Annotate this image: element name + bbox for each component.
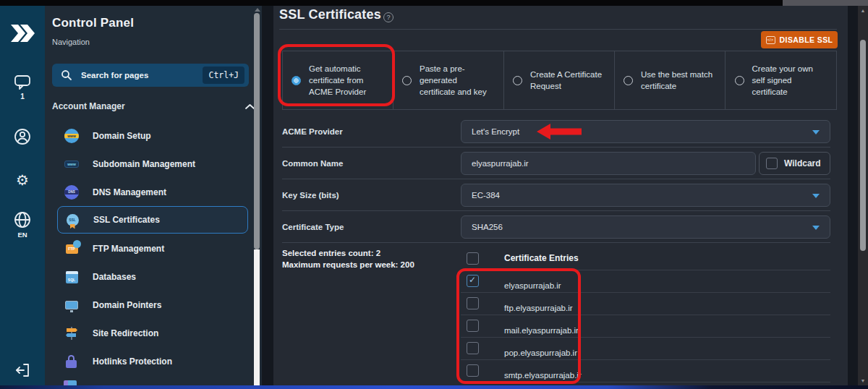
entry-label: smtp.elyaspurrajab.ir xyxy=(504,371,582,380)
sidebar-item-ftp-management[interactable]: FTP FTP Management xyxy=(52,235,255,262)
table-divider xyxy=(461,359,830,360)
nav-scrollbar-thumb[interactable] xyxy=(254,13,260,249)
page-title: SSL Certificates xyxy=(279,7,381,22)
ssl-certificates-panel: SSL Certificates ? </> DISABLE SSL Get a… xyxy=(273,6,848,385)
entry-label: ftp.elyaspurrajab.ir xyxy=(504,304,573,312)
sidebar-item-domain-pointers[interactable]: Domain Pointers xyxy=(52,291,255,319)
sidebar-item-ssl-certificates[interactable]: SSL SSL Certificates xyxy=(57,206,248,234)
certificate-type-select[interactable]: SHA256 xyxy=(461,215,830,239)
icon-rail: 1 ⚙ EN xyxy=(0,6,45,389)
window-bottom-edge xyxy=(0,385,868,389)
table-divider xyxy=(461,292,830,293)
search-shortcut-badge: Ctrl+J xyxy=(203,67,244,84)
nav-title: Control Panel xyxy=(52,16,134,30)
search-placeholder[interactable] xyxy=(81,71,190,80)
row-divider xyxy=(282,242,830,243)
radio-icon[interactable] xyxy=(735,76,744,85)
key-size-select[interactable]: EC-384 xyxy=(461,184,830,207)
search-icon xyxy=(61,69,72,81)
sidebar-item-subdomain-management[interactable]: www Subdomain Management xyxy=(52,150,255,178)
brand-logo-icon[interactable] xyxy=(0,22,45,45)
common-name-field xyxy=(461,152,756,175)
nav-scrollbar-track[interactable] xyxy=(254,249,260,385)
ssl-badge-icon: SSL xyxy=(64,212,80,228)
disable-ssl-button[interactable]: </> DISABLE SSL xyxy=(761,31,838,48)
row-divider xyxy=(282,147,830,148)
tab-certificate-request[interactable]: Create A Certificate Request xyxy=(504,51,615,109)
window-top-edge xyxy=(0,0,868,6)
entry-checkbox[interactable] xyxy=(467,342,479,354)
nav-scrollbar-up-arrow[interactable] xyxy=(255,8,260,12)
help-icon[interactable]: ? xyxy=(383,12,393,22)
padlock-icon xyxy=(64,354,80,369)
wildcard-checkbox[interactable] xyxy=(766,158,778,169)
nav-subtitle: Navigation xyxy=(52,38,90,46)
main-scrollbar-up-arrow[interactable]: ▲ xyxy=(858,8,868,13)
chevron-down-icon xyxy=(812,130,820,134)
tab-acme-provider[interactable]: Get automatic certificate from ACME Prov… xyxy=(283,51,393,109)
ftp-folder-icon: FTP xyxy=(64,241,80,257)
section-label: Account Manager xyxy=(52,101,125,111)
certificate-type-label: Certificate Type xyxy=(282,223,344,231)
account-icon[interactable] xyxy=(0,127,45,146)
entry-checkbox[interactable] xyxy=(467,320,479,332)
sidebar-item-dns-management[interactable]: DNS DNS Management xyxy=(52,179,255,206)
sidebar-item-databases[interactable]: SQL Databases xyxy=(52,263,255,291)
select-all-checkbox[interactable] xyxy=(467,252,479,265)
table-divider xyxy=(461,382,830,382)
tab-paste-certificate[interactable]: Paste a pre-generated certificate and ke… xyxy=(393,51,504,109)
window-top-edge-right xyxy=(783,0,868,6)
wildcard-option[interactable]: Wildcard xyxy=(759,152,830,175)
radio-icon[interactable] xyxy=(513,76,522,85)
selected-count-note: Selected entries count: 2 xyxy=(282,249,380,257)
dns-icon: DNS xyxy=(64,184,80,200)
title-divider xyxy=(279,29,837,30)
sql-database-icon: SQL xyxy=(64,269,80,285)
domain-setup-icon: www xyxy=(64,128,80,144)
table-divider xyxy=(461,315,830,315)
table-divider xyxy=(461,337,830,338)
chevron-down-icon xyxy=(812,194,820,198)
common-name-label: Common Name xyxy=(282,159,343,168)
section-account-manager[interactable]: Account Manager xyxy=(52,100,255,113)
ssl-code-icon: </> xyxy=(766,36,775,44)
monitor-icon xyxy=(64,297,80,313)
entry-checkbox-checked[interactable] xyxy=(467,275,479,287)
signpost-icon xyxy=(64,325,80,341)
table-divider xyxy=(461,270,830,270)
entry-checkbox[interactable] xyxy=(467,364,479,377)
messages-badge: 1 xyxy=(0,93,45,101)
sidebar-item-hotlinks-protection[interactable]: Hotlinks Protection xyxy=(52,348,255,375)
chevron-down-icon xyxy=(812,226,820,230)
tab-best-match[interactable]: Use the best match certificate xyxy=(615,51,726,109)
messages-icon[interactable] xyxy=(0,72,45,91)
common-name-input[interactable] xyxy=(472,159,721,168)
certificate-mode-tabs: Get automatic certificate from ACME Prov… xyxy=(282,51,837,110)
radio-selected-icon[interactable] xyxy=(292,76,301,85)
key-size-label: Key Size (bits) xyxy=(282,191,339,200)
search-input[interactable]: Ctrl+J xyxy=(52,64,249,87)
navigation-panel: Control Panel Navigation Ctrl+J Account … xyxy=(45,6,262,389)
entry-label: elyaspurrajab.ir xyxy=(504,281,561,290)
main-scrollbar-down-arrow[interactable]: ▼ xyxy=(858,378,868,383)
subdomain-icon: www xyxy=(64,156,80,172)
row-divider xyxy=(282,210,830,211)
tab-self-signed[interactable]: Create your own self signed certificate xyxy=(726,51,836,109)
language-globe-icon[interactable] xyxy=(0,210,45,229)
radio-icon[interactable] xyxy=(402,76,412,85)
radio-icon[interactable] xyxy=(624,76,633,85)
certificate-entries-header: Certificate Entries xyxy=(504,253,579,263)
logout-icon[interactable] xyxy=(0,362,45,379)
acme-provider-label: ACME Provider xyxy=(282,127,343,136)
sidebar-item-site-redirection[interactable]: Site Redirection xyxy=(52,320,255,347)
row-divider xyxy=(282,179,830,179)
language-label: EN xyxy=(0,231,45,239)
acme-provider-select[interactable]: Let's Encrypt xyxy=(461,120,830,143)
max-requests-note: Maximum requests per week: 200 xyxy=(282,260,414,269)
entry-label: mail.elyaspurrajab.ir xyxy=(504,326,579,335)
entry-checkbox[interactable] xyxy=(467,297,479,309)
sidebar-item-domain-setup[interactable]: www Domain Setup xyxy=(52,122,255,150)
settings-gear-icon[interactable]: ⚙ xyxy=(0,171,45,189)
entry-label: pop.elyaspurrajab.ir xyxy=(504,349,577,357)
main-scrollbar-thumb[interactable] xyxy=(860,40,866,251)
